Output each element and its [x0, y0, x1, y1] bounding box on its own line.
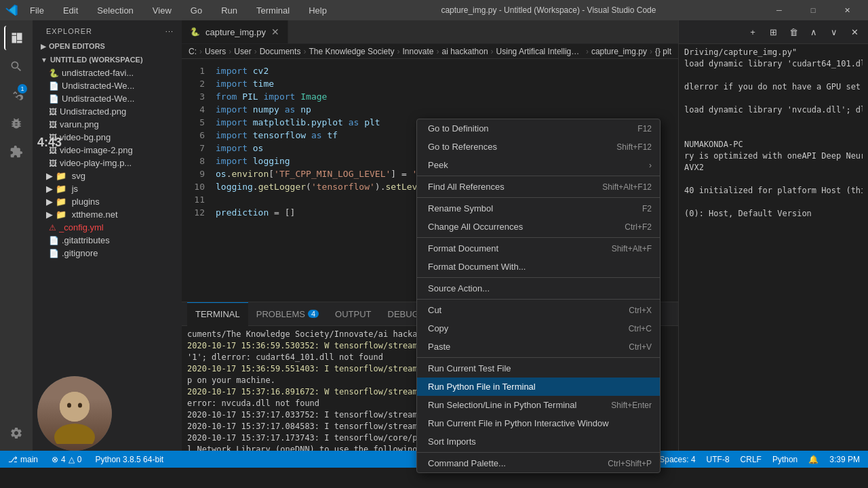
- tab-filename: capture_img.py: [205, 27, 266, 37]
- file-item-0[interactable]: 🐍undistracted-favi...: [33, 66, 182, 79]
- ctx-find-all-ref-label: Find All References: [428, 182, 597, 192]
- rpanel-line-1: load dynamic library 'cudart64_101.dl: [684, 58, 863, 70]
- open-editors-section[interactable]: ▶ OPEN EDITORS: [33, 39, 182, 53]
- bc-drive[interactable]: C:: [189, 47, 197, 56]
- tab-terminal[interactable]: TERMINAL: [187, 302, 248, 326]
- file-name-6: video-image-2.png: [60, 145, 133, 155]
- menu-go[interactable]: Go: [184, 3, 209, 18]
- activity-source-control[interactable]: 1: [4, 83, 28, 107]
- bc-documents[interactable]: Documents: [260, 47, 301, 56]
- ctx-source-action[interactable]: Source Action...: [417, 279, 660, 298]
- ctx-paste[interactable]: Paste Ctrl+V: [417, 338, 660, 356]
- menu-selection[interactable]: Selection: [90, 3, 140, 18]
- file-item-1[interactable]: 📄Undistracted-We...: [33, 79, 182, 92]
- ctx-run-test[interactable]: Run Current Test File: [417, 359, 660, 378]
- bc-innovate[interactable]: Innovate: [402, 47, 433, 56]
- panel-chevron-up-icon[interactable]: ∧: [806, 24, 822, 40]
- status-language[interactable]: Python: [770, 455, 800, 464]
- status-python[interactable]: Python 3.8.5 64-bit: [92, 451, 166, 468]
- ctx-sort-imports[interactable]: Sort Imports: [417, 432, 660, 451]
- activity-search[interactable]: [4, 54, 28, 79]
- svg-point-3: [67, 403, 71, 408]
- ctx-run-interactive[interactable]: Run Current File in Python Interactive W…: [417, 414, 660, 432]
- py-file-icon: 🐍: [49, 68, 59, 78]
- minimize-button[interactable]: ─: [764, 0, 795, 20]
- menu-file[interactable]: File: [23, 3, 51, 18]
- ctx-format-doc[interactable]: Format Document Shift+Alt+F: [417, 239, 660, 258]
- folder-plugins[interactable]: ▶ 📁plugins: [33, 195, 182, 208]
- tab-capture-img[interactable]: 🐍 capture_img.py ✕: [182, 20, 288, 43]
- file-item-7[interactable]: 🖼video-play-img.p...: [33, 157, 182, 169]
- ctx-run-python[interactable]: Run Python File in Terminal: [417, 378, 660, 396]
- tab-output[interactable]: OUTPUT: [327, 302, 379, 326]
- ctx-format-with[interactable]: Format Document With...: [417, 258, 660, 276]
- status-branch[interactable]: ⎇ main: [5, 451, 41, 468]
- activity-extensions[interactable]: [4, 140, 28, 164]
- ctx-copy[interactable]: Copy Ctrl+C: [417, 319, 660, 338]
- sidebar-menu-icon[interactable]: ···: [165, 27, 174, 35]
- ctx-rename[interactable]: Rename Symbol F2: [417, 199, 660, 218]
- gitattributes-name: .gitattributes: [62, 235, 110, 245]
- close-button[interactable]: ✕: [831, 0, 863, 20]
- bc-tks[interactable]: The Knowledge Society: [309, 47, 394, 56]
- ctx-goto-def[interactable]: Go to Definition F12: [417, 119, 660, 138]
- svg-point-1: [54, 424, 95, 444]
- bc-hackathon[interactable]: ai hackathon: [442, 47, 488, 56]
- ctx-goto-ref[interactable]: Go to References Shift+F12: [417, 138, 660, 156]
- menu-run[interactable]: Run: [214, 3, 244, 18]
- file-item-2[interactable]: 📄Undistracted-We...: [33, 92, 182, 105]
- vscode-icon: [5, 4, 18, 16]
- bc-file[interactable]: capture_img.py: [591, 47, 647, 56]
- ctx-cut[interactable]: Cut Ctrl+X: [417, 301, 660, 319]
- bc-users[interactable]: Users: [205, 47, 226, 56]
- ctx-run-selection-label: Run Selection/Line in Python Terminal: [428, 400, 606, 410]
- tab-close-icon[interactable]: ✕: [271, 26, 279, 37]
- untitled-workspace-section[interactable]: ▼ UNTITLED (WORKSPACE): [33, 53, 182, 66]
- file-gitattributes[interactable]: 📄.gitattributes: [33, 234, 182, 247]
- activity-debug[interactable]: [4, 111, 28, 136]
- panel-close-icon[interactable]: ✕: [846, 24, 863, 40]
- folder-xttheme[interactable]: ▶ 📁xttheme.net: [33, 208, 182, 221]
- panel-add-icon[interactable]: +: [745, 24, 761, 40]
- status-errors[interactable]: ⊗ 4 △ 0: [49, 451, 84, 468]
- status-spaces[interactable]: Spaces: 4: [656, 455, 698, 464]
- settings-icon[interactable]: [4, 421, 28, 445]
- menu-edit[interactable]: Edit: [56, 3, 85, 18]
- ctx-peek[interactable]: Peek ›: [417, 156, 660, 174]
- folder-name-svg: svg: [72, 171, 85, 181]
- config-name: _config.yml: [59, 222, 104, 232]
- status-eol[interactable]: CRLF: [738, 455, 764, 464]
- file-item-4[interactable]: 🖼varun.png: [33, 118, 182, 131]
- folder-svg[interactable]: ▶ 📁svg: [33, 169, 182, 182]
- open-editors-label: OPEN EDITORS: [49, 42, 105, 50]
- win-controls: ─ □ ✕: [764, 0, 863, 20]
- rpanel-line-6: [684, 116, 863, 127]
- ctx-find-all-ref[interactable]: Find All References Shift+Alt+F12: [417, 178, 660, 196]
- menu-terminal[interactable]: Terminal: [250, 3, 296, 18]
- tab-problems[interactable]: PROBLEMS 4: [248, 302, 327, 326]
- status-notifications[interactable]: 🔔: [806, 455, 821, 464]
- folder-js[interactable]: ▶ 📁js: [33, 182, 182, 195]
- maximize-button[interactable]: □: [797, 0, 829, 20]
- bc-project[interactable]: Using Artifical Intelligence to Detect D…: [496, 47, 583, 56]
- bc-user[interactable]: User: [234, 47, 251, 56]
- ctx-change-all[interactable]: Change All Occurrences Ctrl+F2: [417, 218, 660, 236]
- file-gitignore[interactable]: 📄.gitignore: [33, 247, 182, 260]
- rpanel-line-4: [684, 93, 863, 104]
- activity-explorer[interactable]: [4, 26, 28, 50]
- panel-trash-icon[interactable]: 🗑: [785, 24, 802, 40]
- panel-split-icon[interactable]: ⊞: [765, 24, 781, 40]
- file-item-3[interactable]: 🖼Undistracted.png: [33, 105, 182, 118]
- bc-symbol[interactable]: {} plt: [655, 47, 671, 56]
- ctx-run-test-label: Run Current Test File: [428, 363, 646, 373]
- file-config[interactable]: ⚠_config.yml: [33, 221, 182, 234]
- ctx-run-selection[interactable]: Run Selection/Line in Python Terminal Sh…: [417, 396, 660, 414]
- panel-chevron-down-icon[interactable]: ∨: [826, 24, 842, 40]
- menu-help[interactable]: Help: [302, 3, 334, 18]
- menu-view[interactable]: View: [146, 3, 178, 18]
- activitybar: 1: [0, 20, 33, 451]
- status-encoding[interactable]: UTF-8: [704, 455, 732, 464]
- titlebar: File Edit Selection View Go Run Terminal…: [0, 0, 868, 20]
- ctx-command-palette[interactable]: Command Palette... Ctrl+Shift+P: [417, 454, 660, 472]
- ctx-sep-5: [417, 299, 660, 300]
